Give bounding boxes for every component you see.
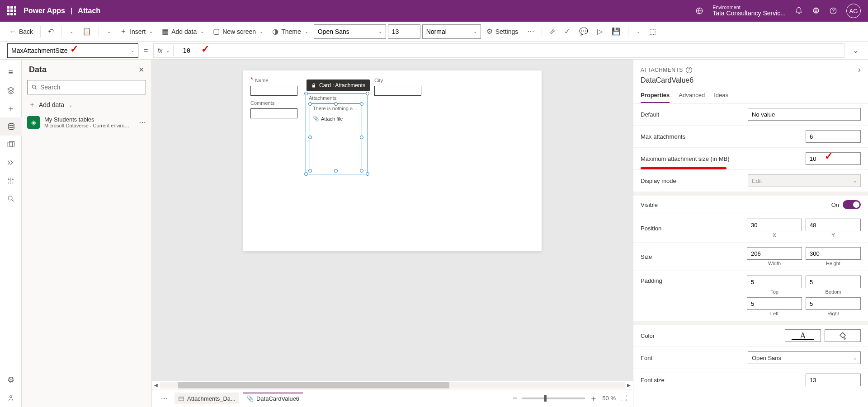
annotation-underline <box>641 167 726 169</box>
undo-button[interactable]: ↶ <box>44 25 57 37</box>
zoom-slider[interactable] <box>522 398 585 399</box>
checker-button[interactable]: ✓ <box>561 25 574 37</box>
prop-font-select[interactable]: Open Sans⌄ <box>748 351 861 364</box>
prop-default-input[interactable] <box>748 108 861 121</box>
prop-x-input[interactable] <box>747 219 802 231</box>
app-title: Power Apps | Attach <box>24 7 100 15</box>
prop-width-input[interactable] <box>747 247 802 260</box>
font-color-swatch[interactable]: A <box>785 329 821 342</box>
rail-search-icon[interactable] <box>0 190 22 208</box>
prop-fontsize-input[interactable] <box>806 374 861 386</box>
tab-properties[interactable]: Properties <box>641 88 670 103</box>
data-panel: Data ✕ ＋Add data⌄ ◈ My Students tables M… <box>22 60 152 407</box>
attach-file-link[interactable]: 📎 Attach file <box>310 113 362 124</box>
breadcrumb-card[interactable]: Attachments_Da... <box>175 393 239 404</box>
environment-block[interactable]: Environment Tata Consultancy Servic... <box>712 5 786 17</box>
rail-tools-icon[interactable] <box>0 172 22 190</box>
back-button[interactable]: ←Back <box>5 26 37 37</box>
prop-maxattach-input[interactable] <box>806 130 861 143</box>
undo-chevron[interactable]: ⌄ <box>65 27 77 36</box>
avatar[interactable]: AG <box>846 4 861 18</box>
prop-maxsize-label: Maximum attachment size (in MB) <box>641 155 730 162</box>
rail-layers-icon[interactable] <box>0 81 22 99</box>
fill-color-swatch[interactable] <box>825 329 861 342</box>
canvas-footer: ⋯ Attachments_Da... 📎 DataCardValue6 − ＋… <box>152 389 633 407</box>
prop-fontsize-label: Font size <box>641 377 665 384</box>
rail-media-icon[interactable] <box>0 136 22 154</box>
theme-button[interactable]: ◑Theme⌄ <box>269 25 312 37</box>
formula-input-wrap: fx ⌄ <box>153 43 844 58</box>
prop-displaymode-select[interactable]: Edit⌄ <box>748 174 861 187</box>
rail-tree-icon[interactable]: ≡ <box>0 63 22 81</box>
zoom-out-icon[interactable]: − <box>513 393 518 403</box>
rail-ask-icon[interactable] <box>0 389 22 407</box>
share-button[interactable]: ⇗ <box>546 25 559 37</box>
comments-button[interactable]: 💬 <box>576 25 592 37</box>
svg-point-7 <box>9 396 12 398</box>
help-icon[interactable] <box>829 7 837 15</box>
field-comments-input[interactable] <box>250 108 297 118</box>
save-button[interactable]: 💾 <box>608 25 624 37</box>
prop-padtop-input[interactable] <box>747 276 802 288</box>
save-chevron[interactable]: ⌄ <box>632 27 644 36</box>
prop-padding-label: Padding <box>641 276 662 284</box>
close-icon[interactable]: ✕ <box>138 65 144 74</box>
prop-visible-label: Visible <box>641 201 658 208</box>
prop-padbottom-input[interactable] <box>806 276 861 288</box>
data-source-more-icon[interactable]: ⋯ <box>139 116 146 126</box>
new-screen-button[interactable]: ▢New screen⌄ <box>209 25 267 37</box>
overflow-button[interactable]: ⋯ <box>524 25 538 37</box>
footer-more-icon[interactable]: ⋯ <box>157 393 171 404</box>
settings-button[interactable]: ⚙Settings <box>483 25 522 37</box>
canvas-area[interactable]: *Name City Comments Card : Attachments <box>152 60 633 381</box>
left-rail: ≡ ＋ ⚙ <box>0 60 22 407</box>
paste-button[interactable]: 📋 <box>79 25 95 37</box>
font-family-select[interactable]: Open Sans⌄ <box>314 24 386 39</box>
notifications-icon[interactable] <box>795 7 803 15</box>
command-bar: ←Back ↶ ⌄ 📋 ⌄ ＋Insert⌄ ▦Add data⌄ ▢New s… <box>0 22 868 42</box>
zoom-percent: 50 % <box>602 395 616 402</box>
horizontal-scrollbar[interactable]: ◀ ▶ <box>152 381 633 389</box>
info-icon[interactable]: ? <box>686 67 692 73</box>
search-input[interactable] <box>40 84 142 91</box>
prop-padright-input[interactable] <box>806 297 861 310</box>
prop-height-input[interactable] <box>806 247 861 260</box>
settings-icon[interactable] <box>812 7 820 15</box>
formula-expand-icon[interactable]: ⌄ <box>850 45 861 56</box>
attachments-datacard[interactable]: Attachments There is nothing atta... <box>306 93 368 174</box>
add-data-link[interactable]: ＋Add data⌄ <box>22 98 151 112</box>
prop-padleft-input[interactable] <box>747 297 802 310</box>
prop-maxsize-input[interactable] <box>806 152 861 165</box>
zoom-in-icon[interactable]: ＋ <box>590 393 598 404</box>
search-icon <box>31 84 38 90</box>
app-screen: *Name City Comments Card : Attachments <box>243 70 542 251</box>
font-weight-select[interactable]: Normal⌄ <box>422 24 481 39</box>
fx-chevron-icon[interactable]: ⌄ <box>166 48 170 53</box>
insert-button[interactable]: ＋Insert⌄ <box>116 25 156 38</box>
rail-insert-icon[interactable]: ＋ <box>0 99 22 117</box>
prop-y-input[interactable] <box>806 219 861 231</box>
preview-button[interactable]: ▷ <box>594 25 606 37</box>
formula-input[interactable] <box>177 47 840 54</box>
data-source-item[interactable]: ◈ My Students tables Microsoft Dataverse… <box>22 112 151 133</box>
field-name-input[interactable] <box>250 86 297 96</box>
panel-expand-icon[interactable]: › <box>858 65 861 75</box>
paste-chevron[interactable]: ⌄ <box>103 27 114 36</box>
attachment-icon: 📎 <box>246 395 254 402</box>
rail-settings-icon[interactable]: ⚙ <box>0 371 22 389</box>
tab-ideas[interactable]: Ideas <box>714 88 728 103</box>
breadcrumb-control[interactable]: 📎 DataCardValue6 <box>243 393 303 404</box>
rail-flows-icon[interactable] <box>0 154 22 172</box>
attachments-control[interactable]: There is nothing atta... 📎 Attach file <box>310 103 362 171</box>
publish-button[interactable]: ⬚ <box>646 25 660 37</box>
field-city-input[interactable] <box>374 86 421 96</box>
data-search[interactable] <box>27 80 146 94</box>
tab-advanced[interactable]: Advanced <box>679 88 705 103</box>
font-size-input[interactable] <box>388 24 420 39</box>
property-select[interactable]: MaxAttachmentSize⌄ <box>7 43 138 58</box>
rail-data-icon[interactable] <box>0 117 22 136</box>
app-launcher-icon[interactable] <box>7 6 16 15</box>
fit-screen-icon[interactable]: ⛶ <box>620 394 627 402</box>
visible-toggle[interactable] <box>843 200 861 209</box>
add-data-button[interactable]: ▦Add data⌄ <box>158 25 208 37</box>
